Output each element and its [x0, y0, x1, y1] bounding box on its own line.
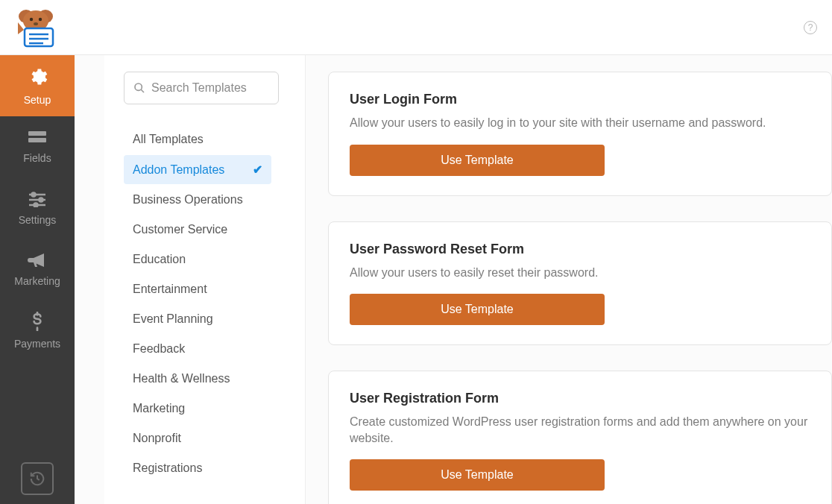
content-area: All TemplatesAddon Templates✔Business Op…: [75, 55, 832, 504]
nav-payments[interactable]: Payments: [0, 300, 75, 361]
category-label: Feedback: [133, 342, 185, 356]
category-label: Nonprofit: [133, 432, 181, 445]
category-item[interactable]: Feedback: [124, 335, 271, 363]
fields-icon: [28, 130, 47, 148]
nav-label: Setup: [24, 94, 51, 106]
history-icon: [29, 470, 45, 487]
nav-label: Fields: [23, 152, 51, 164]
category-item[interactable]: Health & Wellness: [124, 365, 271, 393]
svg-point-13: [32, 192, 36, 196]
category-label: Customer Service: [133, 223, 227, 236]
category-item[interactable]: Business Operations: [124, 186, 271, 214]
history-button[interactable]: [21, 462, 54, 495]
primary-nav: Setup Fields Settings Marketing Payments: [0, 55, 75, 504]
dollar-icon: [31, 312, 44, 333]
category-label: Marketing: [133, 402, 185, 415]
svg-point-3: [30, 17, 33, 20]
bullhorn-icon: [28, 252, 47, 271]
template-description: Create customized WordPress user registr…: [350, 414, 810, 446]
category-item[interactable]: Event Planning: [124, 305, 271, 333]
svg-rect-11: [28, 138, 46, 142]
gear-icon: [27, 66, 48, 89]
template-title: User Password Reset Form: [350, 242, 810, 257]
nav-setup[interactable]: Setup: [0, 55, 75, 116]
template-description: Allow your users to easily reset their p…: [350, 265, 810, 281]
category-label: Entertainment: [133, 283, 207, 296]
category-item[interactable]: Nonprofit: [124, 424, 271, 453]
category-item[interactable]: Customer Service: [124, 215, 271, 244]
templates-sidebar: All TemplatesAddon Templates✔Business Op…: [104, 55, 306, 504]
use-template-button[interactable]: Use Template: [350, 459, 605, 491]
category-item[interactable]: Education: [124, 245, 271, 274]
template-description: Allow your users to easily log in to you…: [350, 115, 810, 131]
category-item[interactable]: Entertainment: [124, 275, 271, 303]
svg-point-17: [34, 203, 38, 207]
help-icon[interactable]: ?: [804, 21, 817, 34]
nav-fields[interactable]: Fields: [0, 116, 75, 177]
template-card: User Password Reset FormAllow your users…: [328, 221, 832, 346]
search-input[interactable]: [151, 81, 269, 95]
category-item[interactable]: All Templates: [124, 125, 271, 154]
use-template-button[interactable]: Use Template: [350, 294, 605, 325]
sliders-icon: [28, 191, 47, 210]
use-template-button[interactable]: Use Template: [350, 145, 605, 176]
svg-point-15: [40, 198, 43, 201]
category-item[interactable]: Marketing: [124, 394, 271, 423]
category-label: Health & Wellness: [133, 372, 230, 385]
templates-list: User Login FormAllow your users to easil…: [306, 55, 832, 504]
svg-rect-10: [28, 131, 46, 136]
svg-point-18: [135, 84, 142, 90]
nav-settings[interactable]: Settings: [0, 177, 75, 239]
category-label: Education: [133, 253, 186, 266]
category-label: Business Operations: [133, 193, 243, 207]
category-label: Event Planning: [133, 312, 213, 326]
app-header: ?: [0, 0, 832, 55]
category-item[interactable]: Registrations: [124, 454, 271, 482]
category-label: All Templates: [133, 133, 204, 146]
search-icon: [133, 82, 145, 94]
category-label: Addon Templates: [133, 163, 224, 177]
template-title: User Registration Form: [350, 391, 810, 406]
nav-label: Settings: [19, 214, 57, 226]
svg-point-4: [39, 17, 42, 20]
svg-point-5: [34, 22, 38, 25]
category-item[interactable]: Addon Templates✔: [124, 155, 271, 184]
nav-label: Marketing: [14, 275, 60, 287]
wpforms-logo: [13, 7, 58, 48]
nav-marketing[interactable]: Marketing: [0, 239, 75, 300]
category-label: Registrations: [133, 462, 202, 475]
template-card: User Registration FormCreate customized …: [328, 371, 832, 504]
svg-line-19: [141, 89, 144, 92]
template-title: User Login Form: [350, 92, 810, 107]
search-box[interactable]: [124, 72, 279, 104]
nav-label: Payments: [14, 338, 60, 350]
template-card: User Login FormAllow your users to easil…: [328, 72, 832, 196]
check-icon: ✔: [253, 163, 262, 177]
